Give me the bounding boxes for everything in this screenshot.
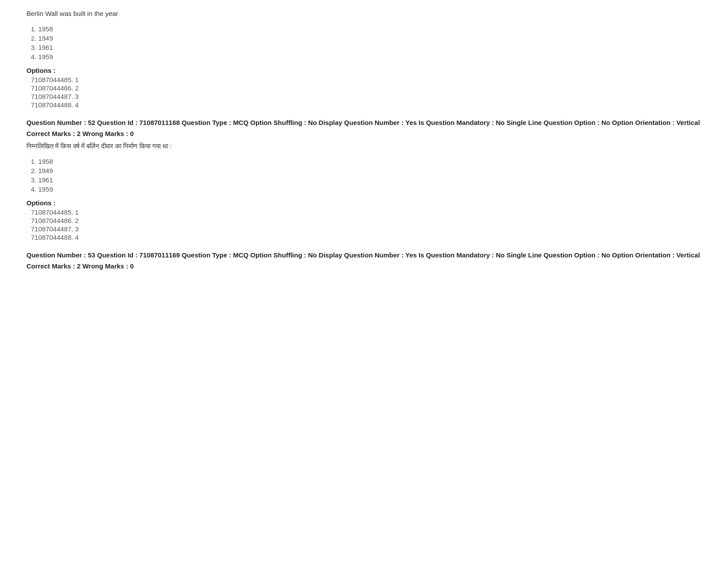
choice-num: 4. bbox=[31, 185, 37, 193]
choice-item: 1. 1958 bbox=[31, 25, 702, 33]
choice-num: 3. bbox=[31, 44, 37, 51]
option-id-item: 71087044488. 4 bbox=[31, 101, 702, 109]
choice-item: 2. 1949 bbox=[31, 34, 702, 42]
choice-val: 1949 bbox=[38, 34, 53, 42]
choice-num: 3. bbox=[31, 176, 37, 184]
question-52-block: Question Number : 52 Question Id : 71087… bbox=[26, 117, 702, 241]
question-text-1: Berlin Wall was built in the year bbox=[26, 9, 702, 19]
options-label-1: Options : bbox=[26, 67, 702, 74]
option-id-item: 71087044487. 3 bbox=[31, 225, 702, 233]
choice-item: 3. 1961 bbox=[31, 44, 702, 51]
question-52-marks: Correct Marks : 2 Wrong Marks : 0 bbox=[26, 130, 702, 137]
choice-num: 2. bbox=[31, 167, 37, 174]
option-id-item: 71087044486. 2 bbox=[31, 217, 702, 224]
choice-num: 2. bbox=[31, 34, 37, 42]
question-52-meta: Question Number : 52 Question Id : 71087… bbox=[26, 117, 702, 128]
option-id-item: 71087044487. 3 bbox=[31, 93, 702, 100]
choice-item: 2. 1949 bbox=[31, 167, 702, 174]
question-53-marks: Correct Marks : 2 Wrong Marks : 0 bbox=[26, 262, 702, 270]
choices-list-52: 1. 1958 2. 1949 3. 1961 4. 1959 bbox=[26, 158, 702, 193]
choice-num: 1. bbox=[31, 25, 37, 33]
question-52-hindi: निम्नलिखित में किस वर्ष में बर्लिन दीवार… bbox=[26, 141, 702, 151]
choice-val: 1958 bbox=[38, 25, 53, 33]
option-id-item: 71087044488. 4 bbox=[31, 234, 702, 241]
choice-val: 1949 bbox=[38, 167, 53, 174]
question-53-block: Question Number : 53 Question Id : 71087… bbox=[26, 250, 702, 270]
option-id-item: 71087044485. 1 bbox=[31, 208, 702, 216]
option-ids-list-1: 71087044485. 1 71087044486. 2 7108704448… bbox=[26, 76, 702, 109]
choice-num: 4. bbox=[31, 53, 37, 60]
choices-list-1: 1. 1958 2. 1949 3. 1961 4. 1959 bbox=[26, 25, 702, 60]
choice-item: 1. 1958 bbox=[31, 158, 702, 165]
section1-question-text: Berlin Wall was built in the year bbox=[26, 9, 702, 19]
choice-num: 1. bbox=[31, 158, 37, 165]
choice-val: 1959 bbox=[38, 53, 53, 60]
choice-val: 1958 bbox=[38, 158, 53, 165]
question-53-meta: Question Number : 53 Question Id : 71087… bbox=[26, 250, 702, 261]
choice-item: 4. 1959 bbox=[31, 185, 702, 193]
choice-val: 1961 bbox=[38, 176, 53, 184]
choice-item: 4. 1959 bbox=[31, 53, 702, 60]
choice-item: 3. 1961 bbox=[31, 176, 702, 184]
option-ids-list-52: 71087044485. 1 71087044486. 2 7108704448… bbox=[26, 208, 702, 241]
choice-val: 1961 bbox=[38, 44, 53, 51]
option-id-item: 71087044486. 2 bbox=[31, 84, 702, 92]
choice-val: 1959 bbox=[38, 185, 53, 193]
option-id-item: 71087044485. 1 bbox=[31, 76, 702, 83]
options-label-52: Options : bbox=[26, 199, 702, 207]
